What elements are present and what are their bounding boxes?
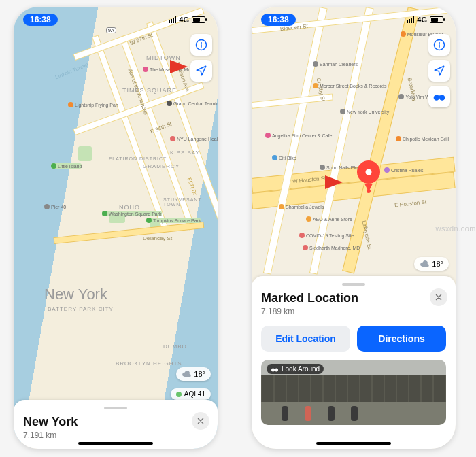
poi-venue[interactable]: Lightship Frying Pan bbox=[68, 102, 118, 107]
area-label: BROOKLYN HEIGHTS bbox=[116, 360, 182, 367]
weather-chip[interactable]: 18° bbox=[414, 257, 449, 271]
signal-icon bbox=[407, 16, 414, 23]
svg-rect-5 bbox=[439, 44, 440, 48]
poi-label: Little Island bbox=[58, 164, 82, 169]
status-time: 16:38 bbox=[261, 14, 296, 26]
area-label: BATTERY PARK CITY bbox=[48, 306, 114, 312]
poi-venue[interactable]: Shamballa Jewels bbox=[279, 204, 324, 209]
locate-button[interactable] bbox=[428, 60, 450, 82]
locate-button[interactable] bbox=[190, 60, 212, 82]
poi-label: COVID-19 Testing Site bbox=[306, 233, 354, 238]
area-label: NOHO bbox=[119, 204, 140, 211]
home-indicator[interactable] bbox=[78, 442, 153, 445]
look-around-label: Look Around bbox=[267, 364, 324, 374]
city-label: New York bbox=[44, 286, 107, 303]
poi-venue[interactable]: Angelika Film Center & Cafe bbox=[265, 133, 332, 138]
poi-hospital[interactable]: NYU Langone Health bbox=[170, 136, 218, 141]
sheet-grabber[interactable] bbox=[104, 407, 127, 409]
poi-label: Pier 40 bbox=[51, 205, 66, 209]
info-icon bbox=[433, 39, 445, 51]
phone-right: 16:38 4G Bleecker St Broadway Crosby St … bbox=[252, 7, 456, 449]
status-network: 4G bbox=[179, 16, 189, 24]
info-button[interactable] bbox=[428, 34, 450, 56]
binoculars-icon bbox=[432, 92, 446, 101]
lookaround-people bbox=[282, 406, 358, 421]
look-around-text: Look Around bbox=[282, 365, 320, 373]
poi-station[interactable]: Grand Central Terminal bbox=[167, 101, 218, 106]
poi-venue[interactable]: Citi Bike bbox=[272, 155, 296, 160]
aqi-dot-icon bbox=[176, 392, 182, 397]
poi-venue[interactable]: Bahman Cleaners bbox=[313, 61, 358, 67]
street-label: E Houston St bbox=[394, 199, 427, 209]
poi-venue[interactable]: COVID-19 Testing Site bbox=[299, 233, 354, 238]
status-bar: 16:38 4G bbox=[14, 11, 218, 29]
svg-rect-8 bbox=[438, 95, 441, 97]
area-label: GRAMERCY bbox=[143, 163, 180, 169]
cloud-icon bbox=[420, 259, 429, 269]
home-indicator[interactable] bbox=[316, 442, 391, 445]
battery-icon bbox=[192, 16, 205, 23]
poi-venue[interactable]: Soho Nails Plus bbox=[320, 165, 360, 170]
close-button[interactable] bbox=[430, 288, 447, 306]
info-button[interactable] bbox=[190, 34, 212, 56]
poi-venue[interactable]: Mercer Street Books & Records bbox=[313, 83, 386, 88]
watermark: wsxdn.com bbox=[435, 224, 476, 233]
poi-venue[interactable]: AEO & Aerie Store bbox=[306, 216, 352, 222]
close-button[interactable] bbox=[192, 412, 209, 430]
edit-location-button[interactable]: Edit Location bbox=[261, 326, 350, 352]
location-arrow-icon bbox=[433, 65, 445, 77]
road-major bbox=[54, 222, 204, 243]
area-label: KIPS BAY bbox=[170, 150, 200, 156]
tunnel-label: Linkoln Tunnel bbox=[54, 62, 89, 81]
phone-left: 16:38 4G W 57th St Ave of the Americas M… bbox=[14, 7, 218, 449]
lookaround-image bbox=[261, 375, 446, 402]
poi-venue[interactable]: New York University bbox=[340, 109, 389, 114]
aqi-value: AQI 41 bbox=[184, 390, 205, 398]
aqi-chip[interactable]: AQI 41 bbox=[171, 388, 211, 400]
place-sheet[interactable]: Marked Location 7,189 km Edit Location D… bbox=[252, 276, 456, 449]
poi-venue[interactable]: Cristina Ruales bbox=[384, 167, 423, 173]
map-controls bbox=[190, 34, 212, 82]
poi-label: Washington Square Park bbox=[109, 211, 162, 216]
poi-park[interactable]: Washington Square Park bbox=[102, 211, 162, 216]
svg-rect-2 bbox=[201, 44, 202, 48]
poi-venue[interactable]: Siddharth Madhere, MD bbox=[303, 245, 360, 250]
status-bar: 16:38 4G bbox=[252, 11, 456, 29]
map-controls bbox=[428, 34, 450, 107]
weather-chip[interactable]: 18° bbox=[176, 367, 211, 381]
poi-park[interactable]: Tompkins Square Park bbox=[146, 218, 201, 223]
poi-label: Soho Nails Plus bbox=[326, 165, 360, 170]
status-right: 4G bbox=[169, 16, 205, 24]
battery-icon bbox=[430, 16, 443, 23]
area-label: FLATIRON DISTRICT bbox=[109, 156, 167, 161]
svg-point-4 bbox=[439, 42, 440, 44]
poi-pier[interactable]: Pier 40 bbox=[44, 204, 66, 209]
look-around-card[interactable]: Look Around bbox=[261, 360, 446, 425]
poi-label: Lightship Frying Pan bbox=[75, 103, 118, 107]
svg-point-1 bbox=[201, 42, 202, 44]
dropped-pin[interactable] bbox=[357, 160, 380, 189]
annotation-arrow bbox=[170, 60, 188, 73]
pin-shadow-icon bbox=[367, 189, 371, 193]
directions-button[interactable]: Directions bbox=[357, 326, 446, 352]
location-arrow-icon bbox=[195, 65, 207, 77]
sheet-grabber[interactable] bbox=[342, 283, 365, 286]
poi-venue[interactable]: Chipotle Mexican Grill bbox=[396, 136, 449, 141]
lookaround-button[interactable] bbox=[428, 86, 450, 107]
poi-label: Grand Central Terminal bbox=[173, 101, 218, 106]
poi-label: Cristina Ruales bbox=[391, 168, 423, 173]
poi-label: Angelika Film Center & Cafe bbox=[272, 133, 332, 138]
pin-icon bbox=[357, 160, 380, 184]
park bbox=[78, 146, 92, 161]
signal-icon bbox=[169, 16, 176, 23]
poi-label: NYU Langone Health bbox=[177, 137, 218, 141]
binoculars-icon bbox=[271, 366, 279, 373]
status-network: 4G bbox=[417, 16, 427, 24]
status-right: 4G bbox=[407, 16, 443, 24]
poi-label: Siddharth Madhere, MD bbox=[309, 246, 360, 250]
close-icon bbox=[435, 293, 443, 301]
area-label: TIMES SQUARE bbox=[122, 87, 177, 94]
weather-value: 18° bbox=[432, 260, 443, 268]
poi-park[interactable]: Little Island bbox=[51, 163, 82, 169]
status-time: 16:38 bbox=[23, 14, 58, 26]
